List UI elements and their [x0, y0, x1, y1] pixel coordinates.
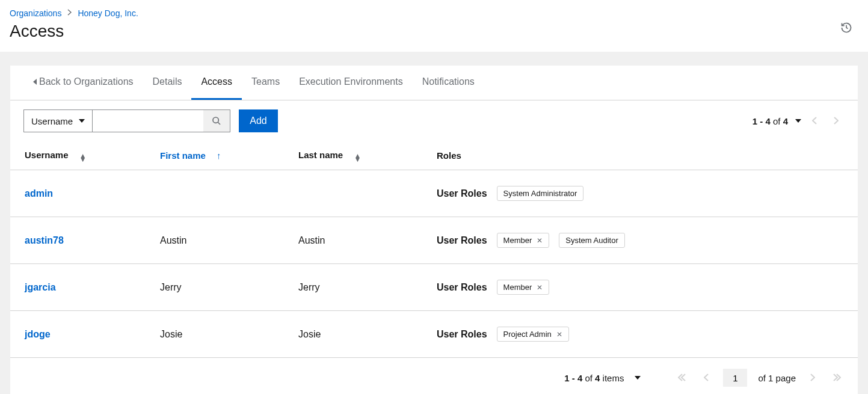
last-name-cell [284, 170, 422, 217]
tab-access[interactable]: Access [191, 66, 242, 100]
svg-point-0 [213, 117, 218, 123]
close-icon[interactable]: ✕ [537, 283, 543, 292]
page-title: Access [10, 22, 138, 41]
first-name-cell: Josie [146, 311, 284, 358]
roles-label: User Roles [437, 329, 487, 340]
role-chip-label: Project Admin [503, 330, 552, 339]
role-chip-label: Member [503, 283, 532, 292]
username-link[interactable]: austin78 [25, 235, 64, 245]
last-page[interactable] [830, 373, 845, 383]
first-page[interactable] [674, 373, 689, 383]
col-header-username[interactable]: Username ▲▼ [10, 141, 146, 170]
sort-icon: ▲▼ [354, 154, 361, 161]
first-name-cell: Jerry [146, 264, 284, 311]
filter-field-select[interactable]: Username [24, 110, 93, 132]
roles-label: User Roles [437, 235, 487, 246]
search-icon [212, 116, 221, 126]
tab-back-to-organizations[interactable]: Back to Organizations [23, 66, 143, 100]
last-name-cell: Jerry [284, 264, 422, 311]
next-page[interactable] [807, 373, 819, 383]
last-name-cell: Josie [284, 311, 422, 358]
col-header-roles: Roles [422, 141, 858, 170]
top-pagination-range: 1 - 4 of 4 [753, 116, 788, 126]
tab-back-label: Back to Organizations [39, 76, 134, 87]
tab-teams[interactable]: Teams [242, 66, 289, 100]
sort-icon: ▲▼ [79, 154, 87, 161]
top-prev-page[interactable] [806, 116, 823, 126]
table-row: adminUser RolesSystem Administrator [10, 170, 858, 217]
filter-field-label: Username [31, 116, 73, 126]
role-chip: Member✕ [497, 233, 550, 248]
chevron-right-icon [67, 9, 72, 17]
sort-asc-icon: ↑ [217, 150, 221, 161]
add-button[interactable]: Add [239, 109, 277, 132]
role-chip: System Administrator [497, 186, 584, 201]
per-page-toggle[interactable] [795, 119, 801, 123]
prev-page[interactable] [700, 373, 712, 383]
first-name-cell [146, 170, 284, 217]
username-link[interactable]: admin [25, 188, 53, 199]
table-row: austin78AustinAustinUser RolesMember✕Sys… [10, 217, 858, 264]
table-row: jdogeJosieJosieUser RolesProject Admin✕ [10, 311, 858, 358]
username-link[interactable]: jgarcia [25, 282, 56, 292]
footer-item-count: 1 - 4 of 4 items [564, 373, 624, 383]
page-suffix: of 1 page [758, 373, 796, 383]
role-chip-label: System Auditor [565, 236, 618, 245]
close-icon[interactable]: ✕ [556, 330, 562, 339]
close-icon[interactable]: ✕ [537, 236, 543, 245]
roles-label: User Roles [437, 188, 487, 199]
search-button[interactable] [203, 110, 230, 132]
breadcrumb-organizations[interactable]: Organizations [10, 8, 61, 18]
top-next-page[interactable] [828, 116, 845, 126]
tab-notifications[interactable]: Notifications [413, 66, 484, 100]
svg-line-1 [218, 122, 220, 125]
breadcrumb-org-name[interactable]: Honey Dog, Inc. [78, 8, 138, 18]
table-row: jgarciaJerryJerryUser RolesMember✕ [10, 264, 858, 311]
search-input[interactable] [93, 110, 203, 132]
page-number-input[interactable] [723, 369, 747, 387]
caret-left-icon [33, 79, 37, 85]
tabs: Back to Organizations Details Access Tea… [10, 66, 858, 100]
roles-label: User Roles [437, 282, 487, 293]
history-icon[interactable] [840, 8, 858, 35]
role-chip: System Auditor [559, 233, 624, 248]
per-page-toggle-footer[interactable] [635, 376, 641, 380]
role-chip: Member✕ [497, 280, 550, 295]
col-header-first-name[interactable]: First name ↑ [146, 141, 284, 170]
caret-down-icon [79, 119, 85, 123]
breadcrumb: Organizations Honey Dog, Inc. [10, 8, 138, 18]
access-table: Username ▲▼ First name ↑ Last name ▲▼ Ro… [10, 141, 858, 358]
last-name-cell: Austin [284, 217, 422, 264]
username-link[interactable]: jdoge [25, 329, 51, 339]
role-chip-label: Member [503, 236, 532, 245]
tab-details[interactable]: Details [143, 66, 192, 100]
first-name-cell: Austin [146, 217, 284, 264]
col-header-last-name[interactable]: Last name ▲▼ [284, 141, 422, 170]
tab-execution-environments[interactable]: Execution Environments [289, 66, 413, 100]
role-chip: Project Admin✕ [497, 327, 569, 342]
role-chip-label: System Administrator [503, 189, 577, 198]
